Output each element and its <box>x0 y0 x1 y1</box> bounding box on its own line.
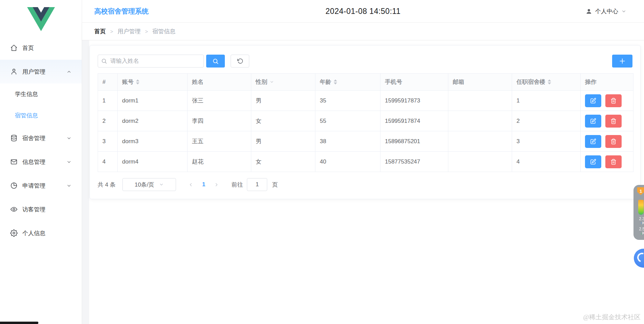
user-center-label: 个人中心 <box>595 7 618 15</box>
table-row: 2dorm2李四女55159959178742 <box>98 111 633 131</box>
col-actions: 操作 <box>581 74 633 91</box>
sidebar-item-home[interactable]: 首页 <box>0 36 82 60</box>
page-number-1[interactable]: 1 <box>202 181 205 188</box>
edit-button[interactable] <box>585 135 601 148</box>
add-button[interactable] <box>612 55 632 68</box>
col-account[interactable]: 账号 <box>118 74 188 91</box>
search-icon <box>212 58 219 64</box>
sidebar-item-user-management[interactable]: 用户管理 <box>0 60 82 83</box>
cell-age: 35 <box>315 91 380 111</box>
edit-button[interactable] <box>585 94 601 107</box>
breadcrumb: 首页 > 用户管理 > 宿管信息 <box>82 23 644 40</box>
data-card: # 账号 姓名 性别 年龄 手机号 邮箱 任职宿舍楼 操作 1dorm1张三男3… <box>90 45 641 199</box>
delete-button[interactable] <box>605 135 622 148</box>
cell-age: 40 <box>315 152 380 172</box>
top-header: 高校宿舍管理系统 2024-01-08 14:50:11 个人中心 <box>82 0 644 23</box>
col-building[interactable]: 任职宿舍楼 <box>512 74 581 91</box>
download-speed: 2.5 ↓K <box>639 227 644 235</box>
cell-phone: 15995917873 <box>380 91 448 111</box>
sort-icon[interactable] <box>548 79 551 84</box>
content-left-gutter <box>82 40 89 324</box>
sidebar: 首页 用户管理 学生信息 宿管信息 宿舍管理 信息管理 <box>0 0 82 324</box>
delete-button[interactable] <box>605 155 622 168</box>
sidebar-subitem-label: 学生信息 <box>15 90 38 98</box>
cell-age: 55 <box>315 111 380 131</box>
search-input[interactable] <box>98 55 204 68</box>
prev-page-button[interactable] <box>188 182 193 187</box>
horizontal-scrollbar-thumb[interactable] <box>0 322 38 324</box>
sort-icon[interactable] <box>334 79 337 84</box>
cell-gender: 男 <box>251 91 315 111</box>
chevron-down-icon <box>66 136 72 141</box>
cell-account: dorm1 <box>118 91 188 111</box>
home-icon <box>10 44 18 52</box>
cell-actions <box>581 131 633 152</box>
col-email: 邮箱 <box>448 74 512 91</box>
cell-gender: 女 <box>251 152 315 172</box>
delete-button[interactable] <box>605 94 622 107</box>
cell-email <box>448 111 512 131</box>
pagination-total: 共 4 条 <box>98 181 116 189</box>
sidebar-item-label: 访客管理 <box>22 206 45 213</box>
download-speed-unit: K <box>642 231 644 235</box>
content-area: # 账号 姓名 性别 年龄 手机号 邮箱 任职宿舍楼 操作 1dorm1张三男3… <box>82 40 644 324</box>
cell-building: 4 <box>512 152 581 172</box>
chevron-down-icon <box>159 182 164 187</box>
sidebar-subitem-label: 宿管信息 <box>15 112 38 119</box>
col-age[interactable]: 年龄 <box>315 74 380 91</box>
user-center-menu[interactable]: 个人中心 <box>586 7 626 15</box>
plus-icon <box>619 58 626 64</box>
edit-button[interactable] <box>585 155 601 168</box>
page-size-value: 10条/页 <box>135 181 154 189</box>
chevron-down-icon <box>66 183 72 188</box>
goto-label: 前往 <box>231 181 243 189</box>
table-row: 3dorm3王五男38158968752013 <box>98 131 633 152</box>
cell-phone: 15877535247 <box>380 152 448 172</box>
watermark: @稀土掘金技术社区 <box>583 313 641 322</box>
sidebar-item-dorm-staff-info[interactable]: 宿管信息 <box>0 105 82 126</box>
chevron-down-icon <box>66 159 72 165</box>
cell-account: dorm2 <box>118 111 188 131</box>
sidebar-item-student-info[interactable]: 学生信息 <box>0 83 82 105</box>
upload-speed: 2.3 ↑K <box>639 217 644 225</box>
cell-email <box>448 91 512 111</box>
cell-building: 2 <box>512 111 581 131</box>
table-row: 4dorm4赵花女40158775352474 <box>98 152 633 172</box>
sidebar-item-visitor-management[interactable]: 访客管理 <box>0 197 82 221</box>
col-name: 姓名 <box>188 74 251 91</box>
search-button[interactable] <box>206 55 225 68</box>
sidebar-item-info-management[interactable]: 信息管理 <box>0 150 82 174</box>
sidebar-item-label: 首页 <box>22 44 34 52</box>
person-icon <box>586 8 592 15</box>
cell-building: 1 <box>512 91 581 111</box>
cell-name: 赵花 <box>188 152 251 172</box>
trash-icon <box>610 118 617 124</box>
goto-page-input[interactable] <box>247 178 267 191</box>
page-title: 高校宿舍管理系统 <box>94 7 149 16</box>
sidebar-item-application-management[interactable]: 申请管理 <box>0 174 82 197</box>
col-gender[interactable]: 性别 <box>251 74 315 91</box>
sidebar-item-label: 用户管理 <box>22 68 45 76</box>
next-page-button[interactable] <box>214 182 219 187</box>
cell-index: 1 <box>98 91 118 111</box>
datetime-display: 2024-01-08 14:50:11 <box>326 7 401 16</box>
sidebar-item-dorm-management[interactable]: 宿舍管理 <box>0 126 82 150</box>
delete-button[interactable] <box>605 115 622 128</box>
cell-email <box>448 152 512 172</box>
cell-phone: 15896875201 <box>380 131 448 152</box>
col-index: # <box>98 74 118 91</box>
breadcrumb-user-management[interactable]: 用户管理 <box>118 27 141 35</box>
toolbar <box>98 55 632 68</box>
edit-button[interactable] <box>585 115 601 128</box>
refresh-button[interactable] <box>231 55 249 68</box>
sort-icon[interactable] <box>136 79 139 84</box>
breadcrumb-home[interactable]: 首页 <box>94 27 106 35</box>
breadcrumb-separator-icon: > <box>145 28 148 34</box>
trash-icon <box>610 159 617 165</box>
page-size-select[interactable]: 10条/页 <box>122 178 176 191</box>
network-monitor-widget[interactable]: 1 2.3 ↑K 2.5 ↓K <box>633 185 644 240</box>
sidebar-item-personal-info[interactable]: 个人信息 <box>0 221 82 245</box>
sidebar-item-label: 申请管理 <box>22 182 45 190</box>
filter-chevron-icon[interactable] <box>270 80 274 84</box>
sidebar-item-label: 信息管理 <box>22 158 45 166</box>
